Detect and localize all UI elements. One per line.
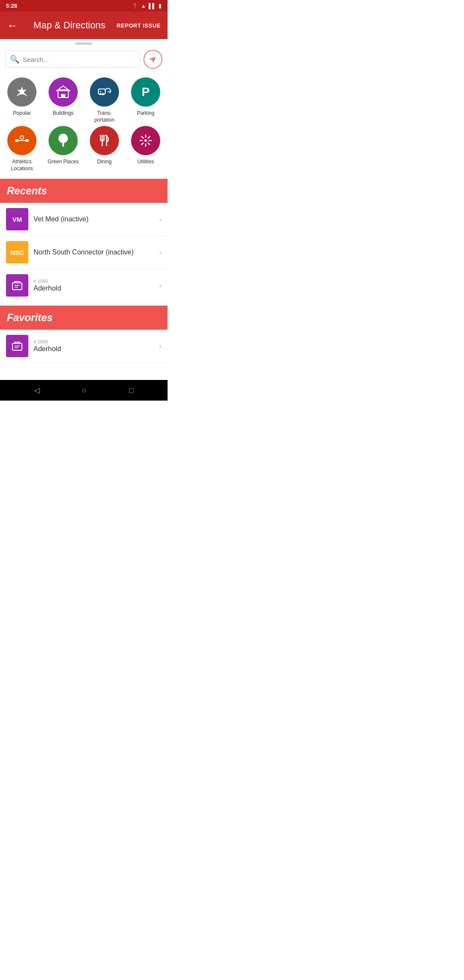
recents-section-header: Recents: [0, 179, 168, 203]
list-chevron-vet-med: ›: [159, 215, 162, 224]
category-label-popular: Popular: [13, 110, 31, 117]
list-subtitle-aderhold-fav: # 1060: [34, 339, 154, 344]
favorites-section-header: Favorites: [0, 306, 168, 330]
list-item-vet-med[interactable]: VMVet Med (inactive)›: [0, 203, 168, 236]
svg-rect-3: [98, 89, 105, 94]
category-icon-dining: [90, 126, 119, 155]
category-label-athletics: Athletics Locations: [3, 159, 41, 172]
list-name-nsc: North South Connector (inactive): [34, 248, 154, 256]
svg-point-4: [100, 93, 102, 95]
nav-recents-button[interactable]: □: [129, 386, 134, 395]
battery-icon: ▮: [159, 3, 162, 9]
svg-rect-8: [25, 139, 29, 142]
recents-title: Recents: [7, 185, 161, 197]
status-time: 5:28: [6, 3, 17, 9]
svg-line-20: [141, 136, 143, 138]
avatar-vet-med: VM: [6, 208, 28, 230]
nav-back-button[interactable]: ◁: [34, 386, 40, 395]
list-content-aderhold-fav: # 1060Aderhold: [34, 339, 154, 353]
svg-point-11: [58, 134, 68, 143]
navigate-button[interactable]: ➤: [143, 50, 162, 69]
svg-point-5: [102, 93, 104, 95]
svg-point-6: [100, 91, 101, 92]
search-bar[interactable]: 🔍: [5, 51, 140, 68]
svg-line-22: [148, 136, 150, 138]
category-icon-parking: P: [131, 77, 160, 107]
category-label-parking: Parking: [137, 110, 155, 117]
svg-rect-24: [12, 283, 22, 290]
svg-rect-12: [62, 142, 64, 147]
category-item-utilities[interactable]: Utilities: [126, 126, 165, 172]
navigate-icon: ➤: [146, 52, 159, 66]
svg-line-23: [141, 143, 143, 145]
category-icon-transportation: [90, 77, 119, 107]
svg-rect-2: [61, 94, 65, 98]
avatar-nsc: NSC: [6, 241, 28, 263]
category-item-popular[interactable]: Popular: [3, 77, 41, 123]
list-item-nsc[interactable]: NSCNorth South Connector (inactive)›: [0, 236, 168, 269]
search-icon: 🔍: [10, 55, 19, 64]
category-icon-green: [49, 126, 78, 155]
android-nav: ◁ ○ □: [0, 380, 168, 401]
location-icon: 📍: [132, 3, 138, 9]
list-name-aderhold-recent: Aderhold: [34, 285, 154, 292]
search-input[interactable]: [23, 56, 135, 63]
list-content-aderhold-recent: # 1060Aderhold: [34, 279, 154, 292]
list-chevron-nsc: ›: [159, 248, 162, 257]
list-content-nsc: North South Connector (inactive): [34, 248, 154, 256]
category-label-green: Green Places: [48, 159, 79, 165]
nav-home-button[interactable]: ○: [82, 386, 87, 395]
avatar-aderhold-recent: [6, 274, 28, 297]
favorites-list: # 1060Aderhold›: [0, 330, 168, 363]
svg-rect-7: [15, 139, 18, 142]
status-bar: 5:28 📍 ▲ ▌▌ ▮: [0, 0, 168, 12]
list-subtitle-aderhold-recent: # 1060: [34, 279, 154, 284]
avatar-aderhold-fav: [6, 335, 28, 357]
list-item-aderhold-fav[interactable]: # 1060Aderhold›: [0, 330, 168, 363]
category-item-dining[interactable]: Dining: [85, 126, 124, 172]
category-icon-athletics: [7, 126, 37, 155]
category-label-utilities: Utilities: [137, 159, 154, 165]
favorites-title: Favorites: [7, 312, 161, 324]
search-row: 🔍 ➤: [0, 46, 168, 72]
svg-point-15: [144, 139, 147, 142]
category-icon-popular: [7, 77, 37, 107]
category-icon-utilities: [131, 126, 160, 155]
wifi-icon: ▲: [141, 3, 146, 9]
svg-point-10: [20, 136, 24, 139]
list-name-vet-med: Vet Med (inactive): [34, 215, 154, 223]
category-item-parking[interactable]: PParking: [126, 77, 165, 123]
drag-handle: [0, 39, 168, 46]
page-title: Map & Directions: [22, 20, 116, 31]
list-chevron-aderhold-fav: ›: [159, 342, 162, 351]
header: ← Map & Directions REPORT ISSUE: [0, 12, 168, 39]
status-icons: 📍 ▲ ▌▌ ▮: [132, 3, 162, 9]
svg-rect-27: [12, 343, 22, 350]
list-chevron-aderhold-recent: ›: [159, 281, 162, 290]
back-button[interactable]: ←: [7, 19, 22, 32]
category-label-transportation: Trans-portation: [95, 110, 115, 123]
signal-icon: ▌▌: [149, 3, 156, 9]
category-item-transportation[interactable]: Trans-portation: [85, 77, 124, 123]
svg-line-21: [148, 143, 150, 145]
svg-rect-9: [18, 140, 26, 141]
drag-handle-bar: [75, 43, 92, 45]
list-content-vet-med: Vet Med (inactive): [34, 215, 154, 223]
category-label-dining: Dining: [97, 159, 112, 165]
category-grid: PopularBuildingsTrans-portationPParkingA…: [0, 72, 168, 177]
category-icon-buildings: [49, 77, 78, 107]
list-item-aderhold-recent[interactable]: # 1060Aderhold›: [0, 269, 168, 302]
category-item-buildings[interactable]: Buildings: [44, 77, 82, 123]
list-name-aderhold-fav: Aderhold: [34, 345, 154, 353]
recents-list: VMVet Med (inactive)›NSCNorth South Conn…: [0, 203, 168, 302]
category-label-buildings: Buildings: [53, 110, 74, 117]
category-item-green[interactable]: Green Places: [44, 126, 82, 172]
category-item-athletics[interactable]: Athletics Locations: [3, 126, 41, 172]
report-issue-button[interactable]: REPORT ISSUE: [116, 22, 161, 29]
